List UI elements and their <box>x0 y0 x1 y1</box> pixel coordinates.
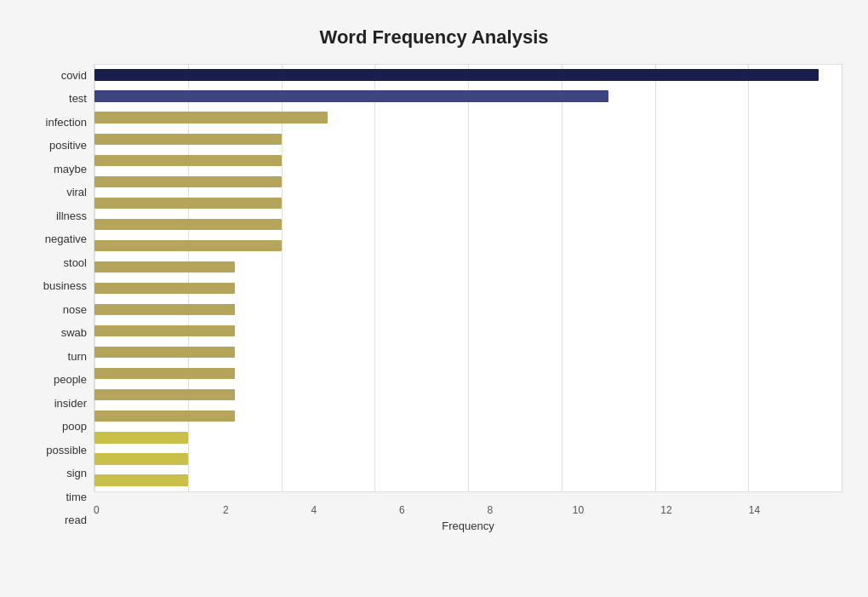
y-label-positive: positive <box>49 134 87 158</box>
x-tick-12: 12 <box>622 504 711 516</box>
y-label-time: time <box>66 485 87 509</box>
bar-row-insider <box>94 363 842 384</box>
bar-sign <box>94 432 188 443</box>
y-label-viral: viral <box>66 181 87 204</box>
y-label-insider: insider <box>54 392 87 416</box>
y-label-stool: stool <box>64 251 87 275</box>
bar-row-business <box>94 256 842 278</box>
bar-poop <box>94 389 235 400</box>
bar-people <box>94 347 235 358</box>
bar-row-covid <box>94 65 842 86</box>
chart-title: Word Frequency Analysis <box>26 26 842 49</box>
bar-row-maybe <box>94 150 842 171</box>
y-label-swab: swab <box>61 321 87 345</box>
x-tick-8: 8 <box>446 504 534 516</box>
bar-row-test <box>94 86 842 107</box>
bar-row-negative <box>94 214 842 235</box>
bar-infection <box>94 112 328 123</box>
bar-row-stool <box>94 235 842 256</box>
bar-row-nose <box>94 278 842 299</box>
x-tick-4: 4 <box>270 504 358 516</box>
y-label-read: read <box>65 508 87 532</box>
bars-area <box>94 64 842 492</box>
bar-stool <box>94 240 282 251</box>
x-axis-label: Frequency <box>94 520 842 532</box>
bar-swab <box>94 304 235 315</box>
bar-row-poop <box>94 384 842 405</box>
x-tick-6: 6 <box>358 504 447 516</box>
y-axis-labels: covidtestinfectionpositivemaybeviralilln… <box>26 64 94 532</box>
bar-row-infection <box>94 107 842 129</box>
bar-negative <box>94 219 282 230</box>
bar-illness <box>94 198 282 209</box>
bar-row-time <box>94 448 842 469</box>
y-label-maybe: maybe <box>54 158 87 181</box>
bar-viral <box>94 176 282 187</box>
bar-maybe <box>94 155 282 166</box>
bar-positive <box>94 134 282 145</box>
x-tick-10: 10 <box>534 504 623 516</box>
y-label-illness: illness <box>56 204 87 228</box>
bar-insider <box>94 368 235 379</box>
x-tick-14: 14 <box>711 504 799 516</box>
y-label-infection: infection <box>46 111 87 135</box>
y-label-nose: nose <box>63 298 87 322</box>
y-label-covid: covid <box>61 64 87 88</box>
bar-row-swab <box>94 299 842 320</box>
bar-row-positive <box>94 129 842 150</box>
bar-business <box>94 261 235 273</box>
bar-read <box>94 474 188 485</box>
bar-nose <box>94 283 235 294</box>
bar-possible <box>94 410 235 422</box>
bar-covid <box>94 69 819 80</box>
y-label-business: business <box>43 274 87 298</box>
y-label-people: people <box>54 368 87 392</box>
bar-row-turn <box>94 320 842 342</box>
bar-row-people <box>94 342 842 363</box>
y-label-test: test <box>69 87 87 111</box>
y-label-negative: negative <box>45 227 87 251</box>
x-axis: 02468101214 <box>94 499 842 516</box>
bar-time <box>94 453 188 464</box>
y-label-poop: poop <box>62 415 87 439</box>
bar-row-sign <box>94 427 842 448</box>
x-tick-2: 2 <box>182 504 271 516</box>
bar-test <box>94 90 608 101</box>
chart-container: Word Frequency Analysis covidtestinfecti… <box>9 9 859 588</box>
bar-row-illness <box>94 192 842 214</box>
y-label-possible: possible <box>46 439 87 462</box>
bar-row-read <box>94 469 842 491</box>
y-label-turn: turn <box>68 345 87 369</box>
bar-row-possible <box>94 405 842 427</box>
y-label-sign: sign <box>66 462 87 485</box>
bar-row-viral <box>94 171 842 192</box>
x-tick-0: 0 <box>94 504 182 516</box>
bar-turn <box>94 325 235 336</box>
